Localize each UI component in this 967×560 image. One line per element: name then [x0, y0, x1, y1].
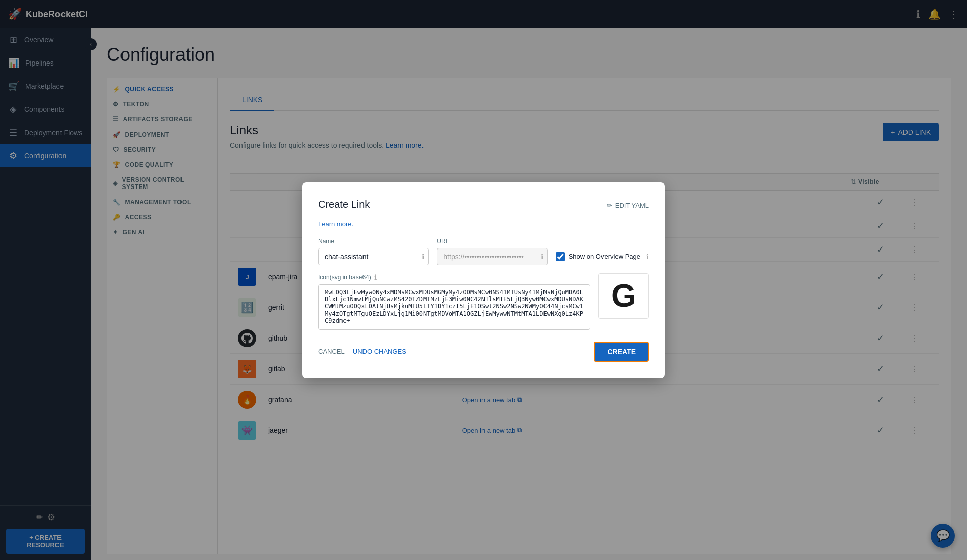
url-label: URL	[437, 238, 547, 245]
create-link-dialog: Create Link ✏ EDIT YAML Learn more. Name…	[302, 182, 665, 378]
dialog-header: Create Link ✏ EDIT YAML	[318, 199, 649, 212]
undo-changes-button[interactable]: UNDO CHANGES	[353, 344, 406, 359]
url-field-group: URL ℹ	[437, 238, 547, 265]
name-info-icon: ℹ	[422, 253, 425, 261]
icon-textarea-group: Icon(svg in base64) ℹ MwLDQ3LjEwMyw0Ny4x…	[318, 273, 590, 332]
edit-yaml-label: EDIT YAML	[615, 202, 649, 209]
dialog-overlay: Create Link ✏ EDIT YAML Learn more. Name…	[0, 0, 967, 560]
name-input[interactable]	[318, 248, 429, 265]
icon-area: Icon(svg in base64) ℹ MwLDQ3LjEwMyw0Ny4x…	[318, 273, 649, 332]
show-on-overview-label: Show on Overview Page	[569, 253, 640, 260]
show-on-overview-group: Show on Overview Page ℹ	[556, 238, 649, 261]
name-input-wrapper: ℹ	[318, 248, 429, 265]
name-url-row: Name ℹ URL ℹ Show on Overview Page ℹ	[318, 238, 649, 265]
show-on-overview-info-icon: ℹ	[646, 253, 649, 261]
icon-label: Icon(svg in base64) ℹ	[318, 273, 590, 281]
url-input[interactable]	[437, 248, 547, 265]
url-info-icon: ℹ	[541, 253, 543, 261]
name-label: Name	[318, 238, 429, 245]
url-input-wrapper: ℹ	[437, 248, 547, 265]
icon-textarea[interactable]: MwLDQ3LjEwMyw0Ny4xMDMsMCwxMDUsMGMyMy4zOD…	[318, 284, 590, 330]
icon-preview: G	[598, 273, 649, 319]
show-on-overview-checkbox[interactable]	[556, 252, 565, 261]
name-field-group: Name ℹ	[318, 238, 429, 265]
icon-preview-letter: G	[611, 277, 636, 315]
dialog-learn-more[interactable]: Learn more.	[318, 220, 649, 228]
dialog-title: Create Link	[318, 199, 370, 210]
cancel-button[interactable]: CANCEL	[318, 344, 345, 359]
edit-pencil-icon: ✏	[607, 202, 612, 209]
edit-yaml-button[interactable]: ✏ EDIT YAML	[607, 202, 649, 209]
icon-info-icon: ℹ	[374, 273, 377, 281]
dialog-footer: CANCEL UNDO CHANGES CREATE	[318, 342, 649, 362]
create-button[interactable]: CREATE	[594, 342, 649, 362]
